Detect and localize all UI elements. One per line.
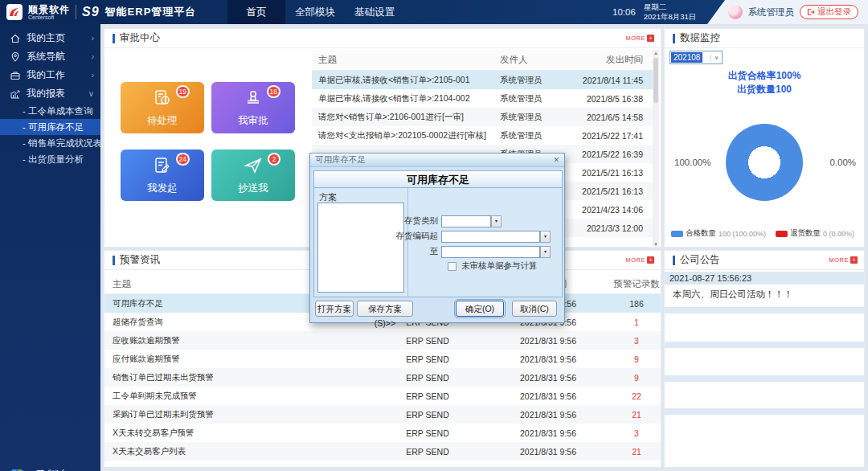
sidebar-subitem-sales-completion[interactable]: - 销售单完成状况表 xyxy=(0,135,100,151)
plus-icon: + xyxy=(647,35,654,42)
dialog-titlebar[interactable]: 可用库存不足 ✕ xyxy=(310,154,564,167)
unaudited-checkbox-row[interactable]: 未审核单据参与计算 xyxy=(448,260,538,272)
table-row[interactable]: 应收账款逾期预警 ERP SEND 2021/8/31 9:56 3 xyxy=(104,331,661,350)
briefcase-icon xyxy=(10,70,21,81)
tile-initiated-by-me[interactable]: 24 我发起 xyxy=(121,149,204,201)
count-badge: 16 xyxy=(267,85,280,98)
chevron-down-icon: ∨ xyxy=(88,89,94,98)
table-row[interactable]: 应付账款逾期预警 ERP SEND 2021/8/31 9:56 9 xyxy=(104,350,661,368)
table-row[interactable]: 单据已审核,请接收<销售订单>:2104-002 系统管理员 2021/8/5 … xyxy=(312,89,653,108)
open-plan-button[interactable]: 打开方案 xyxy=(315,301,354,317)
weekday-text: 星期二 xyxy=(644,2,667,11)
table-row[interactable]: 采购订单已过期未到货预警 ERP SEND 2021/8/31 9:56 21 xyxy=(104,405,661,424)
nav-all-modules[interactable]: 全部模块 xyxy=(285,0,345,24)
product-badge: S9 xyxy=(82,5,100,19)
top-nav: 首页 全部模块 基础设置 xyxy=(227,0,404,24)
paper-plane-icon xyxy=(243,155,264,176)
user-avatar[interactable] xyxy=(728,5,743,19)
date-text: 2021年8月31日 xyxy=(644,12,696,21)
topbar: 顺景软件 Centersoft S9 智能ERP管理平台 首页 全部模块 基础设… xyxy=(0,0,868,24)
clock: 10:06 星期二 2021年8月31日 xyxy=(612,0,696,24)
sidebar-item-label: 我的报表 xyxy=(27,87,83,100)
plan-label: 方案 xyxy=(319,191,337,203)
sidebar-subitem-available-stock[interactable]: - 可用库存不足 xyxy=(0,119,100,135)
divider xyxy=(407,188,408,297)
company-logo-icon xyxy=(6,4,23,20)
scroll-thumb[interactable] xyxy=(653,58,658,103)
legend-item-return[interactable]: 退货数量 0 (0.00%) xyxy=(776,228,854,239)
plus-icon: + xyxy=(647,256,654,264)
accent-bar xyxy=(673,34,675,43)
sidebar-item-system-nav[interactable]: 系统导航 › xyxy=(0,47,100,66)
right-percent-label: 0.00% xyxy=(829,158,856,167)
sidebar-subitem-shipment-quality[interactable]: - 出货质量分析 xyxy=(0,151,100,167)
dialog-body: 方案 存货类别 ▾ 存货编码起 ▾ 至 ▾ 未审核单据参与计算 xyxy=(313,188,563,297)
code-to-picker-button[interactable]: ▾ xyxy=(540,246,551,258)
doc-clock-icon xyxy=(152,88,173,109)
home-icon xyxy=(10,33,21,44)
table-row[interactable]: 工令单到期未完成预警 ERP SEND 2021/8/31 9:56 22 xyxy=(104,387,661,405)
doc-edit-icon xyxy=(152,155,173,176)
category-picker-button[interactable]: ▾ xyxy=(491,215,502,227)
sidebar-subitem-workorder-cost[interactable]: - 工令单成本查询 xyxy=(0,103,100,119)
notice-text[interactable]: 本周六、周日公司活动！！！ xyxy=(665,285,864,305)
logout-button[interactable]: 退出登录 xyxy=(800,5,858,19)
table-row[interactable]: 销售订单已过期未出货预警 ERP SEND 2021/8/31 9:56 9 xyxy=(104,368,661,387)
cancel-button[interactable]: 取消(C) xyxy=(512,301,557,317)
donut-chart xyxy=(726,124,803,201)
more-button[interactable]: MORE + xyxy=(626,35,655,42)
more-button[interactable]: MORE + xyxy=(626,256,655,264)
legend-item-pass[interactable]: 合格数量 100 (100.00%) xyxy=(671,228,766,239)
ok-button[interactable]: 确定(O) xyxy=(456,301,504,317)
chart-icon xyxy=(10,88,21,100)
accent-bar xyxy=(673,256,675,265)
company-notice-panel: 公司公告 MORE + 2021-08-27 15:56:23 本周六、周日公司… xyxy=(665,251,864,467)
category-input[interactable] xyxy=(441,215,491,227)
table-row[interactable]: 请您对<支出报销单>:202105-0002进行[审核] 系统管理员 2021/… xyxy=(312,126,653,145)
chevron-down-icon: ∨ xyxy=(710,55,722,61)
tile-cc-to-me[interactable]: 2 抄送我 xyxy=(211,149,295,201)
code-to-input[interactable] xyxy=(441,246,540,258)
nav-home[interactable]: 首页 xyxy=(227,0,285,24)
sidebar-item-label: 我的主页 xyxy=(27,31,86,45)
start-button[interactable]: 开 始 xyxy=(0,465,62,471)
table-row[interactable]: X天未转交易客户预警 ERP SEND 2021/8/31 9:56 3 xyxy=(104,424,661,442)
chevron-right-icon: › xyxy=(92,71,94,80)
tile-pending[interactable]: 19 待处理 xyxy=(121,82,204,133)
table-row[interactable]: 单据已审核,请接收<销售订单>:2105-001 系统管理员 2021/8/14… xyxy=(312,71,653,89)
code-from-label: 存货编码起 xyxy=(314,231,441,242)
code-from-picker-button[interactable]: ▾ xyxy=(540,231,551,243)
count-badge: 2 xyxy=(268,153,280,166)
exit-icon xyxy=(807,8,815,16)
code-from-input[interactable] xyxy=(441,231,540,243)
sidebar: 我的主页 › 系统导航 › 我的工作 › 我的报表 ∨ - 工令单成本查询 - … xyxy=(0,24,100,471)
available-stock-dialog: 可用库存不足 ✕ 可用库存不足 方案 存货类别 ▾ 存货编码起 ▾ 至 ▾ 未审… xyxy=(309,153,565,323)
stamp-icon xyxy=(243,88,264,109)
sidebar-item-label: 我的工作 xyxy=(27,68,86,82)
panel-title: 公司公告 xyxy=(680,253,720,267)
dialog-footer: 打开方案 保存方案(S)>> 确定(O) 取消(C) xyxy=(310,297,564,324)
table-row[interactable]: X天未交易客户列表 ERP SEND 2021/8/31 9:56 21 xyxy=(104,442,661,461)
logo-title: 顺景软件 xyxy=(28,5,70,14)
checkbox[interactable] xyxy=(448,262,457,271)
empty-notice-row xyxy=(665,375,864,382)
empty-notice-row xyxy=(665,408,864,415)
notice-timestamp: 2021-08-27 15:56:23 xyxy=(665,272,864,285)
table-row[interactable]: 请您对<销售订单>:2106-001进行[一审] 系统管理员 2021/6/5 … xyxy=(312,108,653,126)
close-icon[interactable]: ✕ xyxy=(553,156,559,164)
sidebar-item-my-reports[interactable]: 我的报表 ∨ xyxy=(0,84,100,103)
sidebar-item-my-home[interactable]: 我的主页 › xyxy=(0,29,100,47)
shipment-qty-text: 出货数量100 xyxy=(665,83,864,96)
accent-bar xyxy=(113,256,115,265)
scroll-up-icon[interactable]: ▲ xyxy=(653,51,659,55)
save-plan-button[interactable]: 保存方案(S)>> xyxy=(357,301,413,317)
tile-my-approvals[interactable]: 16 我审批 xyxy=(211,82,295,133)
period-select[interactable]: 202108 ∨ xyxy=(669,51,723,64)
time-text: 10:06 xyxy=(612,7,636,17)
scrollbar[interactable]: ▲ ▼ xyxy=(653,50,659,248)
scroll-down-icon[interactable]: ▼ xyxy=(653,242,659,247)
sidebar-item-my-work[interactable]: 我的工作 › xyxy=(0,66,100,84)
product-title: 智能ERP管理平台 xyxy=(105,5,197,19)
nav-base-settings[interactable]: 基础设置 xyxy=(345,0,404,24)
more-button[interactable]: MORE + xyxy=(829,256,858,264)
